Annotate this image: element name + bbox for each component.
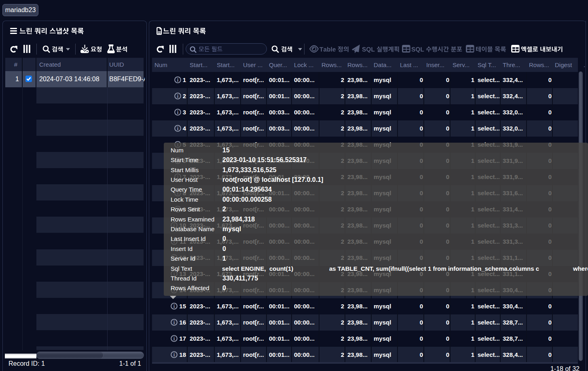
svg-text:i: i [173,320,175,325]
svg-text:i: i [177,126,179,131]
svg-text:i: i [177,93,179,99]
svg-text:i: i [173,352,175,358]
svg-text:i: i [177,77,179,83]
svg-text:i: i [173,304,175,309]
svg-text:i: i [177,110,179,115]
svg-text:i: i [173,336,175,341]
